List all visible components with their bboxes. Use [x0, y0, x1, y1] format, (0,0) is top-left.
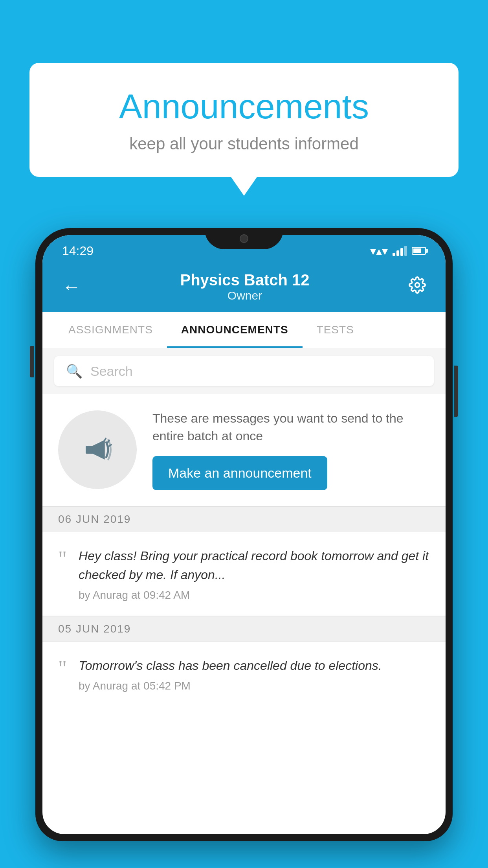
- header-center: Physics Batch 12 Owner: [180, 271, 309, 302]
- signal-icon: [393, 246, 407, 256]
- wifi-icon: ▾▴▾: [370, 244, 388, 258]
- speech-bubble: Announcements keep all your students inf…: [29, 63, 459, 177]
- batch-subtitle: Owner: [180, 289, 309, 302]
- quote-icon-1: ": [58, 548, 67, 569]
- speech-bubble-container: Announcements keep all your students inf…: [29, 63, 459, 177]
- announcement-content-1: Hey class! Bring your practical record b…: [79, 546, 430, 601]
- quote-icon-2: ": [58, 658, 67, 679]
- batch-title: Physics Batch 12: [180, 271, 309, 289]
- app-header: ← Physics Batch 12 Owner: [42, 263, 446, 312]
- search-bar: 🔍 Search: [42, 348, 446, 394]
- back-button[interactable]: ←: [62, 278, 81, 296]
- promo-content: These are messages you want to send to t…: [152, 410, 430, 490]
- date-divider-2: 05 JUN 2019: [42, 616, 446, 642]
- tab-tests[interactable]: TESTS: [303, 312, 368, 348]
- promo-section: These are messages you want to send to t…: [42, 394, 446, 506]
- announcement-text-2: Tomorrow's class has been cancelled due …: [79, 656, 430, 675]
- make-announcement-button[interactable]: Make an announcement: [152, 456, 327, 490]
- announcement-author-1: by Anurag at 09:42 AM: [79, 589, 430, 601]
- svg-point-0: [415, 283, 420, 287]
- bubble-title: Announcements: [61, 86, 427, 127]
- bubble-subtitle: keep all your students informed: [61, 134, 427, 153]
- announcement-item-1[interactable]: " Hey class! Bring your practical record…: [42, 532, 446, 616]
- settings-button[interactable]: [409, 276, 426, 298]
- search-icon: 🔍: [66, 363, 83, 379]
- promo-description: These are messages you want to send to t…: [152, 410, 430, 445]
- camera-dot: [240, 234, 248, 243]
- announcement-text-1: Hey class! Bring your practical record b…: [79, 546, 430, 584]
- phone-outer: 14:29 ▾▴▾: [35, 228, 453, 841]
- status-time: 14:29: [62, 244, 94, 258]
- megaphone-icon: [78, 430, 117, 469]
- search-input-wrapper[interactable]: 🔍 Search: [54, 356, 434, 386]
- megaphone-circle: [58, 410, 137, 489]
- svg-line-2: [105, 439, 106, 441]
- announcement-item-2[interactable]: " Tomorrow's class has been cancelled du…: [42, 642, 446, 706]
- search-placeholder: Search: [90, 364, 133, 379]
- phone-screen: 14:29 ▾▴▾: [42, 235, 446, 834]
- tab-announcements[interactable]: ANNOUNCEMENTS: [167, 312, 303, 348]
- announcement-content-2: Tomorrow's class has been cancelled due …: [79, 656, 430, 692]
- status-icons: ▾▴▾: [370, 244, 426, 258]
- svg-rect-1: [86, 446, 93, 454]
- phone-mockup: 14:29 ▾▴▾: [35, 228, 453, 868]
- phone-notch: [205, 228, 283, 249]
- tab-assignments[interactable]: ASSIGNMENTS: [54, 312, 167, 348]
- announcement-author-2: by Anurag at 05:42 PM: [79, 680, 430, 692]
- battery-icon: [412, 247, 426, 255]
- tabs-bar: ASSIGNMENTS ANNOUNCEMENTS TESTS: [42, 312, 446, 348]
- date-divider-1: 06 JUN 2019: [42, 506, 446, 532]
